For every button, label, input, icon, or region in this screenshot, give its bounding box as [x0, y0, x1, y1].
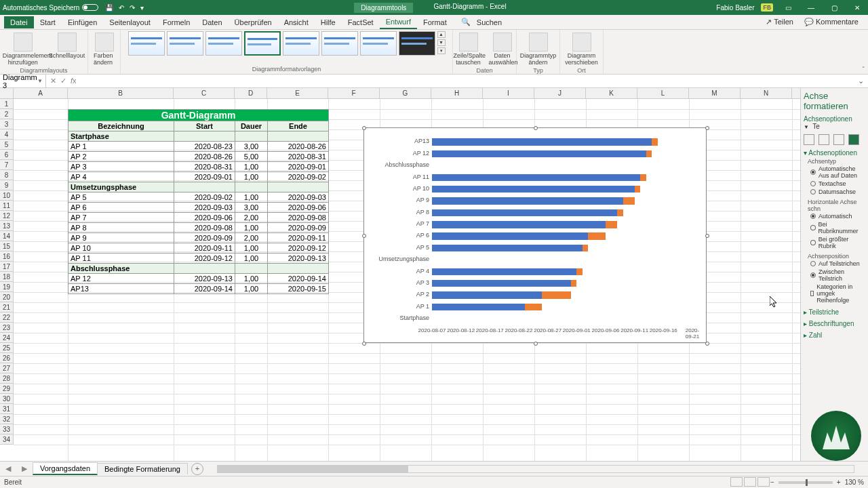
radio-auto[interactable]: Automatisch — [804, 212, 865, 220]
row-header-32[interactable]: 32 — [0, 414, 13, 424]
row-header-18[interactable]: 18 — [0, 272, 13, 282]
chart-style-2[interactable] — [167, 31, 203, 56]
row-header-19[interactable]: 19 — [0, 282, 13, 292]
chart-bar-duration[interactable] — [640, 174, 646, 181]
tab-format[interactable]: Format — [417, 16, 453, 28]
row-header-15[interactable]: 15 — [0, 241, 13, 251]
style-scroll-down-icon[interactable]: ▼ — [437, 39, 446, 46]
col-header-B[interactable]: B — [68, 88, 174, 98]
row-header-12[interactable]: 12 — [0, 211, 13, 221]
check-reverse-categories[interactable]: Kategorien in umgek Reihenfolge — [804, 283, 865, 304]
chart-resize-handle[interactable] — [705, 126, 709, 130]
radio-auto-data[interactable]: Automatische Aus auf Daten — [804, 165, 865, 180]
chart-bar-start[interactable] — [432, 221, 606, 228]
chart-bar-duration[interactable] — [588, 232, 606, 239]
chart-bar-duration[interactable] — [623, 197, 635, 204]
row-header-31[interactable]: 31 — [0, 404, 13, 414]
select-all-corner[interactable] — [0, 88, 14, 99]
move-chart-button[interactable]: Diagramm verschieben — [561, 31, 602, 67]
sheet-nav-next-icon[interactable]: ▶ — [16, 464, 33, 473]
chart-bar-start[interactable] — [432, 150, 646, 157]
pane-subtitle[interactable]: Achsenoptionen — [804, 115, 852, 123]
user-avatar[interactable]: FB — [761, 3, 773, 12]
fill-options-icon[interactable] — [804, 134, 814, 145]
chart-style-4[interactable] — [244, 31, 281, 56]
col-header-F[interactable]: F — [328, 88, 380, 98]
row-header-6[interactable]: 6 — [0, 150, 13, 160]
chart-style-8[interactable] — [399, 31, 435, 56]
view-buttons[interactable] — [730, 477, 770, 488]
style-more-icon[interactable]: ▾ — [437, 47, 446, 54]
chart-style-7[interactable] — [360, 31, 397, 56]
row-header-28[interactable]: 28 — [0, 373, 13, 384]
chart-bar-duration[interactable] — [571, 280, 577, 287]
col-header-K[interactable]: K — [586, 88, 637, 98]
row-header-14[interactable]: 14 — [0, 231, 13, 241]
share-link[interactable]: ↗ Teilen — [760, 16, 799, 28]
effects-options-icon[interactable] — [818, 134, 829, 145]
row-header-24[interactable]: 24 — [0, 333, 13, 343]
col-header-C[interactable]: C — [174, 88, 235, 98]
pane-text-options[interactable]: Te — [812, 123, 820, 130]
chart-bar-start[interactable] — [432, 304, 525, 310]
save-icon[interactable]: 💾 — [105, 4, 113, 12]
axis-options-icon[interactable] — [848, 134, 859, 145]
chart-resize-handle[interactable] — [362, 126, 366, 130]
worksheet-grid[interactable]: ABCDEFGHIJKLMN 1234567891011121314151617… — [0, 88, 800, 461]
col-header-J[interactable]: J — [534, 88, 586, 98]
add-sheet-button[interactable]: + — [191, 463, 203, 475]
select-data-button[interactable]: Daten auswählen — [488, 31, 517, 67]
col-header-M[interactable]: M — [689, 88, 741, 98]
tab-ansicht[interactable]: Ansicht — [278, 16, 315, 28]
accept-fx-icon[interactable]: ✓ — [60, 77, 66, 85]
maximize-icon[interactable]: ▢ — [826, 4, 842, 12]
chart-bar-start[interactable] — [432, 138, 652, 145]
zoom-slider[interactable] — [778, 481, 833, 484]
col-header-D[interactable]: D — [235, 88, 267, 98]
zoom-level[interactable]: 130 % — [845, 479, 864, 486]
close-icon[interactable]: ✕ — [849, 4, 865, 12]
search-link[interactable]: Suchen — [471, 16, 508, 28]
zoom-out-icon[interactable]: − — [770, 479, 774, 486]
horizontal-scrollbar[interactable] — [217, 465, 854, 473]
chart-style-3[interactable] — [205, 31, 242, 56]
chart-bar-duration[interactable] — [525, 304, 542, 310]
chart-bar-start[interactable] — [432, 174, 640, 181]
radio-at-category[interactable]: Bei Rubriknummer — [804, 220, 865, 235]
add-chart-element-button[interactable]: Diagrammelement hinzufügen — [1, 31, 45, 67]
row-header-1[interactable]: 1 — [0, 99, 13, 109]
chart-bar-start[interactable] — [432, 245, 583, 251]
sheet-tab-vorgangsdaten[interactable]: Vorgangsdaten — [33, 462, 98, 475]
chart-object[interactable]: AP13AP 12AbschlussphaseAP 11AP 10AP 9AP … — [363, 127, 707, 343]
row-header-16[interactable]: 16 — [0, 251, 13, 262]
row-header-33[interactable]: 33 — [0, 424, 13, 434]
row-header-4[interactable]: 4 — [0, 129, 13, 140]
row-header-27[interactable]: 27 — [0, 363, 13, 373]
chart-bar-duration[interactable] — [576, 268, 583, 275]
fx-icon[interactable]: fx — [71, 77, 77, 85]
tab-hilfe[interactable]: Hilfe — [315, 16, 342, 28]
chart-bar-duration[interactable] — [606, 221, 617, 228]
tickmarks-section[interactable]: ▸ Teilstriche — [804, 308, 865, 316]
chart-bar-start[interactable] — [432, 197, 623, 204]
expand-fx-icon[interactable]: ⌄ — [854, 77, 868, 85]
labels-section[interactable]: ▸ Beschriftungen — [804, 320, 865, 327]
redo-icon[interactable]: ↷ — [130, 4, 135, 12]
zoom-in-icon[interactable]: + — [837, 479, 841, 486]
switch-row-col-button[interactable]: Zeile/Spalte tauschen — [452, 31, 485, 67]
col-header-E[interactable]: E — [267, 88, 328, 98]
chart-resize-handle[interactable] — [705, 234, 709, 238]
chart-bar-duration[interactable] — [635, 186, 641, 192]
axis-options-section[interactable]: ▾ Achsenoptionen — [804, 149, 865, 157]
chart-style-6[interactable] — [321, 31, 358, 56]
minimize-icon[interactable]: — — [803, 4, 819, 12]
col-header-I[interactable]: I — [483, 88, 534, 98]
row-header-11[interactable]: 11 — [0, 201, 13, 211]
radio-text-axis[interactable]: Textachse — [804, 180, 865, 188]
row-header-30[interactable]: 30 — [0, 394, 13, 404]
ribbon-mode-icon[interactable]: ▭ — [780, 4, 796, 12]
tab-file[interactable]: Datei — [4, 16, 34, 28]
chart-bar-duration[interactable] — [646, 150, 652, 157]
tab-daten[interactable]: Daten — [196, 16, 228, 28]
tab-entwurf[interactable]: Entwurf — [380, 16, 417, 29]
